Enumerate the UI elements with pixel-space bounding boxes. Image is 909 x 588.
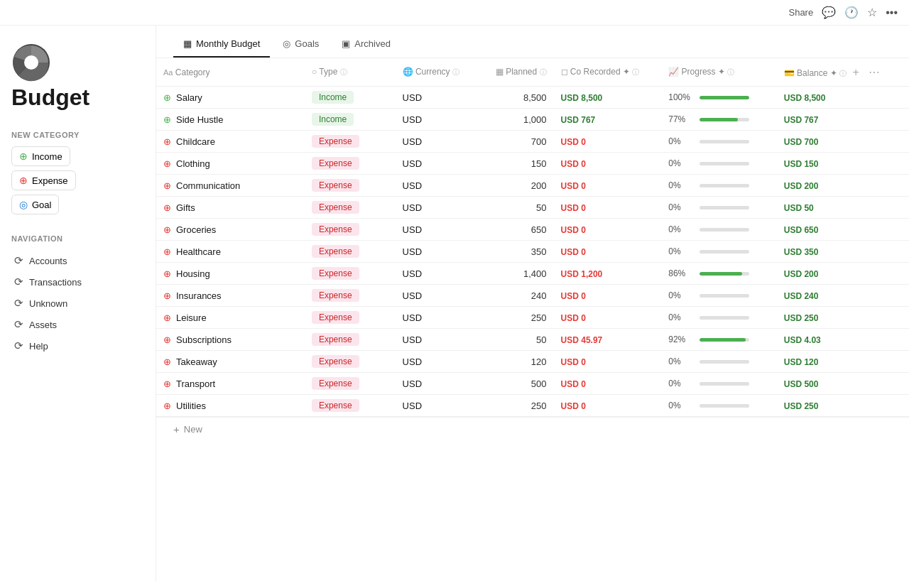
balance-value: USD 50 (784, 203, 814, 213)
new-category-label: New Category (11, 131, 144, 139)
table-row: ⊕ Groceries Expense USD 650 USD 0 0% USD… (156, 219, 909, 241)
recorded-value: USD 0 (561, 247, 586, 257)
cell-category: ⊕ Utilities (156, 395, 305, 417)
progress-bar-bg (700, 162, 749, 165)
cell-progress: 0% (661, 175, 777, 197)
balance-value: USD 120 (784, 357, 819, 367)
recorded-value: USD 0 (561, 159, 586, 169)
cell-category: ⊕ Clothing (156, 153, 305, 175)
type-badge: Income (312, 113, 354, 126)
balance-value: USD 4.03 (784, 335, 821, 345)
row-type-icon: ⊕ (163, 268, 171, 279)
balance-value: USD 700 (784, 137, 819, 147)
progress-bar-bg (700, 184, 749, 187)
cell-planned: 700 (478, 131, 553, 153)
goal-button[interactable]: ◎ Goal (11, 195, 59, 214)
balance-value: USD 240 (784, 291, 819, 301)
unknown-icon: ⟳ (14, 297, 23, 310)
cell-progress: 92% (661, 329, 777, 351)
cell-balance: USD 200 (777, 175, 909, 197)
cell-category: ⊕ Takeaway (156, 351, 305, 373)
sidebar-item-transactions[interactable]: ⟳ Transactions (11, 271, 144, 293)
type-badge: Expense (312, 267, 359, 280)
type-badge: Expense (312, 135, 359, 148)
progress-bar-bg (700, 228, 749, 232)
cell-category: ⊕ Communication (156, 175, 305, 197)
tab-monthly-budget[interactable]: ▦ Monthly Budget (173, 31, 270, 58)
cell-progress: 0% (661, 131, 777, 153)
balance-value: USD 767 (784, 115, 819, 125)
cell-type: Expense (305, 263, 396, 285)
history-icon[interactable]: 🕐 (844, 6, 859, 19)
more-icon[interactable]: ••• (886, 6, 898, 19)
table-row: ⊕ Takeaway Expense USD 120 USD 0 0% USD … (156, 351, 909, 373)
cell-type: Expense (305, 219, 396, 241)
table-row: ⊕ Insurances Expense USD 240 USD 0 0% US… (156, 285, 909, 307)
cell-type: Expense (305, 307, 396, 329)
col-header-category: Aa Category (156, 58, 305, 87)
col-header-planned: ▦ Planned ⓘ (478, 58, 553, 87)
cell-recorded: USD 0 (554, 197, 662, 219)
progress-bar-fill (700, 338, 745, 342)
balance-value: USD 200 (784, 269, 819, 279)
row-type-icon: ⊕ (163, 180, 171, 191)
cell-category: ⊕ Leisure (156, 307, 305, 329)
cell-balance: USD 50 (777, 197, 909, 219)
progress-percent: 0% (668, 290, 694, 300)
row-type-icon: ⊕ (163, 401, 171, 411)
category-name: Salary (176, 92, 202, 103)
progress-bar-bg (700, 316, 749, 320)
progress-bar-bg (700, 118, 749, 121)
cell-balance: USD 250 (777, 307, 909, 329)
category-name: Communication (176, 180, 240, 191)
category-name: Groceries (176, 224, 216, 235)
table-row: ⊕ Housing Expense USD 1,400 USD 1,200 86… (156, 263, 909, 285)
cell-planned: 1,400 (478, 263, 553, 285)
type-badge: Expense (312, 355, 359, 368)
sidebar-item-assets[interactable]: ⟳ Assets (11, 314, 144, 335)
recorded-value: USD 0 (561, 203, 586, 213)
comment-icon[interactable]: 💬 (822, 6, 836, 19)
cell-category: ⊕ Salary (156, 87, 305, 109)
cell-type: Expense (305, 329, 396, 351)
income-button[interactable]: ⊕ Income (11, 146, 70, 166)
row-type-icon: ⊕ (163, 114, 171, 125)
cell-planned: 120 (478, 351, 553, 373)
column-more-button[interactable]: ⋯ (865, 64, 883, 80)
cell-type: Expense (305, 197, 396, 219)
progress-percent: 86% (668, 268, 694, 278)
add-new-row[interactable]: + New (156, 417, 909, 441)
cell-balance: USD 767 (777, 109, 909, 131)
progress-bar-bg (700, 272, 749, 276)
tab-archived[interactable]: ▣ Archived (332, 31, 401, 58)
cell-type: Expense (305, 373, 396, 395)
sidebar-item-unknown[interactable]: ⟳ Unknown (11, 293, 144, 314)
cell-category: ⊕ Housing (156, 263, 305, 285)
share-label[interactable]: Share (788, 7, 813, 18)
add-column-button[interactable]: + (849, 65, 862, 80)
expense-button[interactable]: ⊕ Expense (11, 170, 76, 190)
balance-value: USD 350 (784, 247, 819, 257)
cell-planned: 650 (478, 219, 553, 241)
cell-recorded: USD 1,200 (554, 263, 662, 285)
cell-type: Income (305, 109, 396, 131)
tab-goals[interactable]: ◎ Goals (273, 31, 329, 58)
type-badge: Expense (312, 179, 359, 192)
table-wrapper: Aa Category ○ Type ⓘ 🌐 Currency ⓘ ▦ Plan… (156, 58, 909, 582)
progress-bar-bg (700, 382, 749, 386)
table-row: ⊕ Salary Income USD 8,500 USD 8,500 100%… (156, 87, 909, 109)
sidebar-item-accounts[interactable]: ⟳ Accounts (11, 250, 144, 271)
progress-bar-bg (700, 360, 749, 364)
star-icon[interactable]: ☆ (867, 6, 877, 19)
row-type-icon: ⊕ (163, 92, 171, 103)
sidebar-item-help[interactable]: ⟳ Help (11, 335, 144, 356)
cell-progress: 0% (661, 307, 777, 329)
progress-bar-bg (700, 404, 749, 408)
nav-section: ⟳ Accounts ⟳ Transactions ⟳ Unknown ⟳ As… (11, 250, 144, 356)
sidebar: Budget New Category ⊕ Income ⊕ Expense ◎… (0, 26, 156, 582)
recorded-value: USD 0 (561, 291, 586, 301)
app-logo (11, 43, 144, 85)
progress-percent: 0% (668, 136, 694, 146)
row-type-icon: ⊕ (163, 136, 171, 147)
cell-recorded: USD 0 (554, 285, 662, 307)
